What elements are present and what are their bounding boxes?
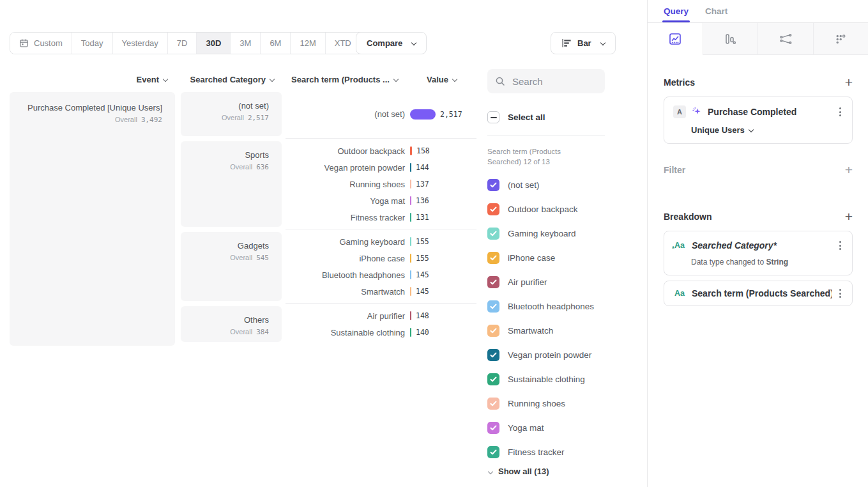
table-row[interactable]: iPhone case155 — [286, 250, 476, 267]
date-range-3m[interactable]: 3M — [230, 33, 260, 54]
measure-label: Unique Users — [691, 125, 745, 135]
checkbox[interactable] — [487, 325, 499, 337]
tab-flows[interactable] — [758, 23, 813, 55]
checkbox[interactable] — [487, 422, 499, 434]
add-filter-button[interactable]: + — [845, 163, 853, 176]
table-row[interactable]: Gaming keyboard155 — [286, 233, 476, 250]
legend-item[interactable]: Outdoor backpack — [487, 197, 605, 221]
checkbox[interactable] — [487, 446, 499, 458]
tab-chart[interactable]: Chart — [705, 6, 727, 22]
checkbox[interactable] — [487, 203, 499, 215]
legend-item[interactable]: Gaming keyboard — [487, 221, 605, 245]
legend-item[interactable]: Vegan protein powder — [487, 343, 605, 367]
search-term-label: Yoga mat — [286, 196, 405, 206]
date-range-12m[interactable]: 12M — [290, 33, 324, 54]
event-title: Purchase Completed [Unique Users] — [16, 102, 162, 114]
kebab-menu-icon[interactable] — [837, 106, 843, 118]
table-row[interactable]: Bluetooth headphones145 — [286, 267, 476, 283]
table-row[interactable]: Sustainable clothing140 — [286, 324, 476, 341]
column-header-category[interactable]: Searched Category — [181, 75, 274, 84]
table-row[interactable]: Fitness tracker131 — [286, 209, 476, 226]
tab-funnels[interactable] — [703, 23, 758, 55]
table-row[interactable]: Smartwatch145 — [286, 283, 476, 300]
chart-type-selector[interactable]: Bar — [551, 32, 616, 54]
overall-label: Overall — [230, 328, 252, 336]
date-range-yesterday[interactable]: Yesterday — [112, 33, 167, 54]
column-header-value[interactable]: Value — [427, 75, 457, 84]
event-block[interactable]: Purchase Completed [Unique Users] Overal… — [10, 92, 175, 346]
date-range-6m[interactable]: 6M — [260, 33, 290, 54]
table-row[interactable]: Outdoor backpack158 — [286, 143, 476, 159]
checkmark-icon — [490, 352, 497, 358]
term-rows: Air purifier148Sustainable clothing140 — [286, 306, 476, 342]
table-row[interactable]: Air purifier148 — [286, 307, 476, 324]
show-all-button[interactable]: Show all (13) — [487, 467, 605, 476]
show-all-label: Show all (13) — [498, 467, 549, 476]
table-row[interactable]: (not set)2,517 — [286, 106, 476, 123]
column-header-event[interactable]: Event — [10, 75, 167, 84]
term-rows: Gaming keyboard155iPhone case155Bluetoot… — [286, 232, 476, 301]
checkbox[interactable] — [487, 179, 499, 191]
category-overall: Overall636 — [186, 163, 269, 171]
category-block[interactable]: OthersOverall384 — [181, 306, 282, 342]
date-range-7d[interactable]: 7D — [167, 33, 197, 54]
legend-item[interactable]: Fitness tracker — [487, 440, 605, 464]
value-bar — [410, 180, 411, 189]
search-icon — [495, 76, 505, 86]
compare-button[interactable]: Compare — [356, 32, 427, 54]
select-all-checkbox[interactable] — [487, 111, 499, 123]
legend-item[interactable]: Bluetooth headphones — [487, 294, 605, 318]
add-breakdown-button[interactable]: + — [845, 210, 853, 223]
value-bar — [410, 196, 411, 205]
checkmark-icon — [490, 255, 497, 261]
table-row[interactable]: Yoga mat136 — [286, 192, 476, 209]
select-all[interactable]: Select all — [487, 111, 605, 123]
checkbox[interactable] — [487, 349, 499, 361]
kebab-menu-icon[interactable] — [837, 240, 843, 251]
date-range-30d[interactable]: 30D — [196, 33, 230, 54]
value-label: 140 — [416, 328, 429, 337]
checkbox[interactable] — [487, 252, 499, 264]
category-group: (not set)Overall2,517(not set)2,517 — [181, 92, 476, 136]
breakdown-card-search-term[interactable]: Aa Search term (Products Searched) — [664, 281, 853, 306]
breakdown-card-searched-category[interactable]: Aa* Searched Category* Data type changed… — [664, 231, 853, 275]
note-text: Data type changed to — [691, 258, 766, 267]
date-range-today[interactable]: Today — [72, 33, 112, 54]
checkbox[interactable] — [487, 373, 499, 385]
checkbox[interactable] — [487, 276, 499, 288]
metric-card[interactable]: A Purchase Completed Unique Users — [664, 97, 853, 144]
metric-measure-dropdown[interactable]: Unique Users — [691, 125, 843, 135]
column-header-search-term[interactable]: Search term (Products ... — [291, 75, 398, 84]
legend-item-label: Yoga mat — [508, 423, 544, 433]
tab-query[interactable]: Query — [664, 6, 689, 22]
legend-item[interactable]: (not set) — [487, 173, 605, 197]
legend-item[interactable]: Sustainable clothing — [487, 367, 605, 391]
table-row[interactable]: Vegan protein powder144 — [286, 159, 476, 176]
checkbox[interactable] — [487, 228, 499, 240]
legend-search[interactable] — [487, 69, 605, 93]
category-block[interactable]: SportsOverall636 — [181, 141, 282, 227]
legend-item[interactable]: Yoga mat — [487, 415, 605, 440]
legend-item[interactable]: Smartwatch — [487, 318, 605, 343]
chevron-down-icon — [411, 40, 416, 45]
category-block[interactable]: (not set)Overall2,517 — [181, 92, 282, 136]
checkbox[interactable] — [487, 300, 499, 313]
calendar-icon — [19, 38, 29, 48]
add-metric-button[interactable]: + — [845, 75, 853, 89]
category-block[interactable]: GadgetsOverall545 — [181, 232, 282, 301]
legend-item[interactable]: iPhone case — [487, 245, 605, 270]
chevron-down-icon — [488, 468, 493, 474]
insights-icon — [668, 32, 682, 46]
legend-item[interactable]: Air purifier — [487, 270, 605, 294]
search-input[interactable] — [511, 75, 597, 88]
tab-retention[interactable] — [813, 23, 868, 55]
filter-heading: Filter — [664, 165, 685, 175]
tab-insights[interactable] — [648, 23, 703, 55]
date-range-custom[interactable]: Custom — [10, 33, 72, 54]
checkmark-icon — [490, 425, 497, 431]
kebab-menu-icon[interactable] — [837, 288, 843, 299]
checkbox[interactable] — [487, 398, 499, 410]
table-row[interactable]: Running shoes137 — [286, 176, 476, 192]
breakdown-note: Data type changed to String — [691, 258, 843, 267]
legend-item[interactable]: Running shoes — [487, 391, 605, 415]
